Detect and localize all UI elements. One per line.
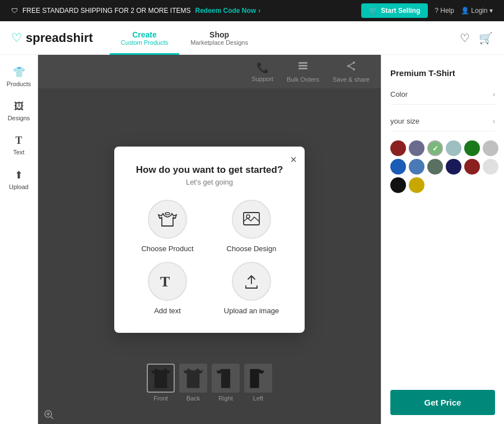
color-swatch-13[interactable] <box>409 177 424 193</box>
color-selector-row[interactable]: Color › <box>390 84 495 105</box>
logo-text: spreadshirt <box>26 31 93 45</box>
cart-icon: 🛒 <box>369 7 377 15</box>
modal-options-grid: Choose Product Choose Design <box>130 200 289 315</box>
choose-product-circle <box>148 200 187 239</box>
header-icons: ♡ 🛒 <box>460 31 493 45</box>
logo-icon: ♡ <box>11 31 22 45</box>
sidebar-item-designs[interactable]: 🖼 Designs <box>3 95 35 127</box>
color-swatch-7[interactable] <box>409 159 424 175</box>
modal-option-choose-design[interactable]: Choose Design <box>214 200 289 253</box>
login-link[interactable]: 👤 Login ▾ <box>461 7 493 15</box>
upload-icon: ⬆ <box>15 169 23 181</box>
text-icon: T <box>15 135 22 147</box>
modal: × How do you want to get started? Let's … <box>114 147 305 333</box>
color-swatch-2[interactable] <box>427 140 443 156</box>
upload-image-label: Upload an image <box>224 307 279 315</box>
start-selling-button[interactable]: 🛒 Start Selling <box>361 3 428 18</box>
product-title: Premium T-Shirt <box>390 68 495 78</box>
user-icon: 👤 <box>461 7 469 15</box>
sidebar-item-upload[interactable]: ⬆ Upload <box>3 163 35 196</box>
chevron-right-icon: › <box>493 90 495 98</box>
question-icon: ? <box>435 7 438 15</box>
cart-icon[interactable]: 🛒 <box>479 31 493 45</box>
modal-option-choose-product[interactable]: Choose Product <box>130 200 205 253</box>
sidebar-item-text[interactable]: T Text <box>3 129 35 161</box>
logo: ♡ spreadshirt <box>11 31 93 45</box>
banner-shipping-text: FREE STANDARD SHIPPING FOR 2 OR MORE ITE… <box>22 7 190 15</box>
banner-left: 🛡 FREE STANDARD SHIPPING FOR 2 OR MORE I… <box>11 7 260 15</box>
color-swatch-8[interactable] <box>427 159 443 175</box>
shield-icon: 🛡 <box>11 7 18 15</box>
choose-product-label: Choose Product <box>141 244 193 253</box>
color-swatch-10[interactable] <box>464 159 480 175</box>
get-price-button[interactable]: Get Price <box>390 390 495 415</box>
nav-shop[interactable]: Shop Marketplace Designs <box>179 21 259 55</box>
color-swatch-5[interactable] <box>483 140 498 156</box>
banner-actions: 🛒 Start Selling ? Help 👤 Login ▾ <box>361 3 493 18</box>
header: ♡ spreadshirt Create Custom Products Sho… <box>0 21 504 55</box>
top-banner: 🛡 FREE STANDARD SHIPPING FOR 2 OR MORE I… <box>0 0 504 21</box>
add-text-label: Add text <box>154 307 181 315</box>
color-swatch-12[interactable] <box>390 177 406 193</box>
upload-image-circle <box>232 262 271 301</box>
svg-rect-17 <box>244 213 259 225</box>
color-swatch-1[interactable] <box>409 140 424 156</box>
size-selector-row[interactable]: your size › <box>390 111 495 131</box>
modal-overlay: × How do you want to get started? Let's … <box>38 55 381 424</box>
color-grid <box>390 140 495 193</box>
help-link[interactable]: ? Help <box>435 7 454 15</box>
nav-create[interactable]: Create Custom Products <box>110 21 179 55</box>
color-swatch-11[interactable] <box>483 159 498 175</box>
modal-option-upload-image[interactable]: Upload an image <box>214 262 289 315</box>
tshirt-icon: 👕 <box>13 66 25 78</box>
color-swatch-6[interactable] <box>390 159 406 175</box>
modal-title: How do you want to get started? <box>130 164 289 176</box>
sidebar-item-products[interactable]: 👕 Products <box>3 60 35 93</box>
redeem-link[interactable]: Redeem Code Now › <box>195 7 260 15</box>
right-panel: Premium T-Shirt Color › your size › Get … <box>381 55 504 424</box>
modal-subtitle: Let's get going <box>130 178 289 186</box>
modal-option-add-text[interactable]: T Add text <box>130 262 205 315</box>
modal-close-button[interactable]: × <box>290 153 297 166</box>
image-icon: 🖼 <box>14 101 24 112</box>
main-nav: Create Custom Products Shop Marketplace … <box>110 21 259 55</box>
color-swatch-4[interactable] <box>464 140 480 156</box>
svg-point-16 <box>165 213 170 215</box>
choose-design-circle <box>232 200 271 239</box>
color-swatch-0[interactable] <box>390 140 406 156</box>
color-swatch-3[interactable] <box>446 140 461 156</box>
svg-point-18 <box>246 215 250 218</box>
main-layout: 👕 Products 🖼 Designs T Text ⬆ Upload 📞 S… <box>0 55 504 424</box>
color-swatch-9[interactable] <box>446 159 461 175</box>
wishlist-icon[interactable]: ♡ <box>460 31 470 45</box>
canvas-area: 📞 Support Bulk Orders <box>38 55 381 424</box>
chevron-right-icon-2: › <box>493 117 495 125</box>
sidebar: 👕 Products 🖼 Designs T Text ⬆ Upload <box>0 55 38 424</box>
add-text-circle: T <box>148 262 187 301</box>
choose-design-label: Choose Design <box>227 244 277 253</box>
svg-text:T: T <box>160 274 170 290</box>
